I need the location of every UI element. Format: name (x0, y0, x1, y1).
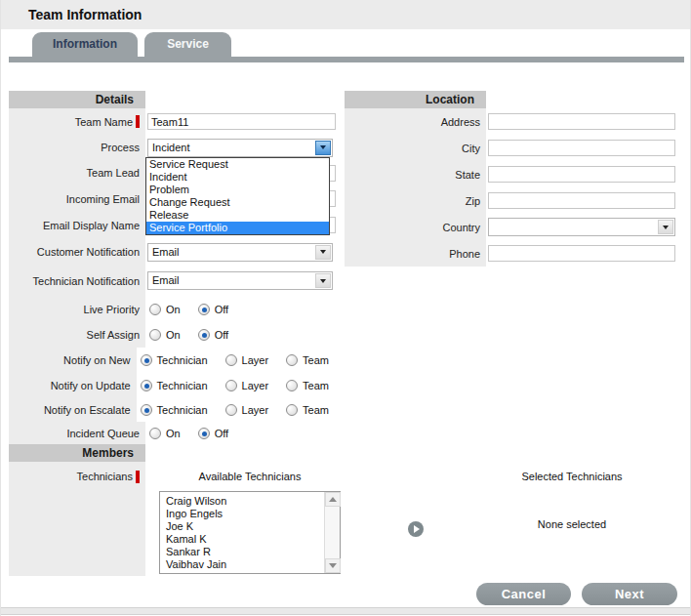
dropdown-arrow-icon[interactable] (315, 245, 331, 260)
team-name-input[interactable] (147, 113, 336, 130)
arrow-right-icon (414, 525, 420, 533)
state-input[interactable] (488, 166, 675, 183)
customer-notification-select[interactable]: Email (147, 243, 333, 262)
process-option-service-request[interactable]: Service Request (146, 158, 329, 171)
radio-selected-icon[interactable] (198, 304, 210, 315)
notify-on-escalate-label: Notify on Escalate (9, 397, 137, 422)
address-input[interactable] (488, 113, 675, 130)
move-right-button[interactable] (408, 521, 424, 537)
phone-input[interactable] (488, 245, 675, 262)
zip-input[interactable] (488, 192, 675, 209)
process-dropdown-list: Service Request Incident Problem Change … (145, 157, 330, 235)
technician-notification-label: Technician Notification (9, 266, 145, 296)
notify-on-update-label: Notify on Update (9, 373, 137, 397)
details-section-header: Details (9, 91, 145, 108)
country-select[interactable] (488, 218, 675, 236)
process-option-incident[interactable]: Incident (146, 171, 329, 184)
required-marker (136, 471, 140, 483)
live-priority-on-option[interactable]: On (149, 304, 181, 315)
next-button[interactable]: Next (582, 583, 677, 605)
tab-information-label: Information (53, 37, 117, 51)
radio-unselected-icon[interactable] (149, 304, 161, 315)
notify-on-new-label: Notify on New (9, 348, 137, 373)
radio-unselected-icon[interactable] (225, 380, 237, 391)
self-assign-off-option[interactable]: Off (198, 329, 228, 341)
process-label: Process (9, 135, 145, 160)
dropdown-arrow-icon[interactable] (315, 273, 331, 288)
team-lead-label: Team Lead (9, 160, 145, 185)
technician-notification-select[interactable]: Email (147, 271, 333, 290)
cancel-button[interactable]: Cancel (476, 583, 571, 605)
radio-unselected-icon[interactable] (149, 329, 161, 341)
notify-on-update-technician-option[interactable]: Technician (141, 380, 208, 391)
tab-service[interactable]: Service (144, 32, 231, 57)
radio-unselected-icon[interactable] (286, 380, 298, 391)
team-name-label: Team Name (9, 108, 145, 135)
process-option-problem[interactable]: Problem (146, 184, 329, 196)
process-option-release[interactable]: Release (146, 209, 329, 222)
radio-selected-icon[interactable] (141, 404, 152, 416)
radio-selected-icon[interactable] (141, 354, 152, 366)
incident-queue-on-option[interactable]: On (149, 428, 181, 439)
technician-list-item[interactable]: Joe K (166, 520, 340, 533)
process-option-change-request[interactable]: Change Request (146, 196, 329, 209)
technician-list-item[interactable]: Vaibhav Jain (166, 558, 340, 571)
technician-list-item[interactable]: Craig Wilson (166, 495, 340, 508)
radio-selected-icon[interactable] (198, 329, 210, 341)
technician-list-item[interactable]: Sankar R (166, 546, 340, 558)
tab-underline-bar (9, 57, 684, 62)
self-assign-on-option[interactable]: On (149, 329, 181, 341)
notify-on-new-technician-option[interactable]: Technician (141, 354, 208, 366)
process-select[interactable]: Incident (147, 139, 333, 157)
location-section-header: Location (345, 91, 486, 108)
state-label: State (345, 161, 486, 187)
dropdown-arrow-icon[interactable] (315, 141, 331, 155)
zip-label: Zip (345, 187, 486, 214)
incident-queue-label: Incident Queue (9, 422, 145, 444)
customer-notification-label: Customer Notification (9, 238, 145, 266)
incoming-email-label: Incoming Email (9, 185, 145, 212)
notify-on-escalate-layer-option[interactable]: Layer (225, 404, 269, 416)
technicians-label: Technicians (9, 462, 145, 576)
city-label: City (345, 135, 486, 161)
scroll-down-icon[interactable] (325, 558, 341, 573)
notify-on-new-team-option[interactable]: Team (286, 354, 329, 366)
radio-selected-icon[interactable] (141, 380, 152, 391)
members-section-header: Members (9, 444, 145, 462)
radio-unselected-icon[interactable] (225, 404, 237, 416)
dropdown-arrow-icon[interactable] (658, 220, 673, 234)
listbox-scrollbar[interactable] (324, 492, 340, 573)
live-priority-off-option[interactable]: Off (198, 304, 228, 315)
radio-unselected-icon[interactable] (225, 354, 237, 366)
technician-list-item[interactable]: Ingo Engels (166, 508, 340, 520)
team-information-page: Team Information Information Service Det… (0, 0, 691, 616)
radio-unselected-icon[interactable] (286, 404, 298, 416)
required-marker (136, 115, 140, 128)
notify-on-update-team-option[interactable]: Team (286, 380, 329, 391)
incident-queue-off-option[interactable]: Off (198, 428, 228, 439)
radio-selected-icon[interactable] (198, 428, 210, 439)
email-display-name-label: Email Display Name (9, 212, 145, 238)
footer-bar (1, 607, 691, 615)
radio-unselected-icon[interactable] (286, 354, 298, 366)
selected-technicians-empty-text: None selected (460, 518, 684, 530)
phone-label: Phone (345, 240, 486, 267)
notify-on-escalate-team-option[interactable]: Team (286, 404, 329, 416)
city-input[interactable] (488, 140, 675, 156)
radio-unselected-icon[interactable] (149, 428, 161, 439)
live-priority-label: Live Priority (9, 296, 145, 322)
available-technicians-title: Available Technicians (159, 471, 341, 482)
tab-service-label: Service (167, 37, 209, 51)
location-section: Location Address City State Zip Country (345, 91, 681, 267)
scroll-up-icon[interactable] (325, 492, 341, 507)
address-label: Address (345, 108, 486, 135)
tab-information[interactable]: Information (32, 32, 138, 57)
process-option-service-portfolio[interactable]: Service Portfolio (146, 222, 329, 234)
self-assign-label: Self Assign (9, 322, 145, 348)
notify-on-update-layer-option[interactable]: Layer (225, 380, 269, 391)
technician-list-item[interactable]: Kamal K (166, 533, 340, 546)
available-technicians-listbox[interactable]: Craig Wilson Ingo Engels Joe K Kamal K S… (159, 491, 341, 574)
notify-on-escalate-technician-option[interactable]: Technician (141, 404, 208, 416)
selected-technicians-title: Selected Technicians (460, 471, 684, 482)
notify-on-new-layer-option[interactable]: Layer (225, 354, 269, 366)
